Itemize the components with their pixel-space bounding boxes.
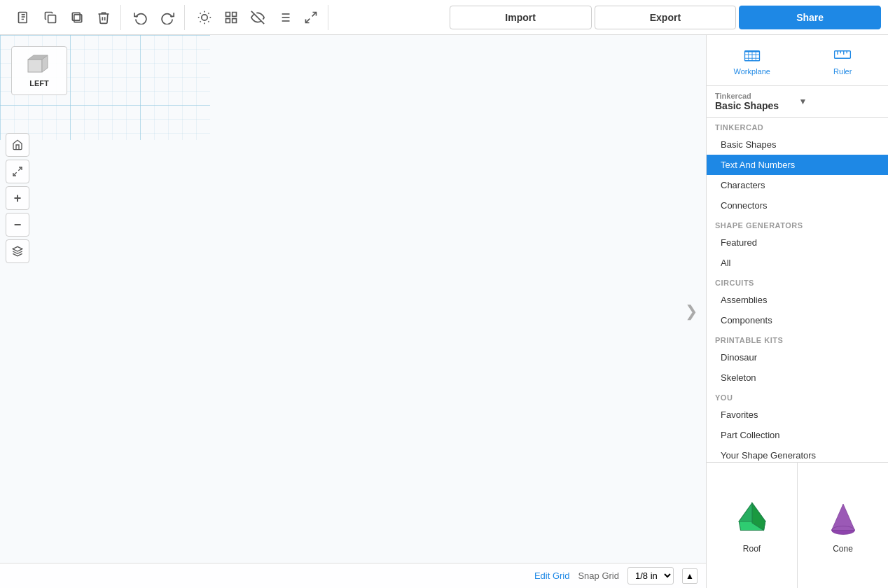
cone-label: Cone (833, 544, 853, 554)
svg-line-21 (306, 18, 310, 22)
section-printable-kits: PRINTABLE KITS (707, 330, 888, 347)
category-dropdown-menu: TINKERCAD Basic Shapes Text And Numbers … (707, 118, 888, 462)
share-button[interactable]: Share (739, 6, 881, 29)
section-circuits: CIRCUITS (707, 273, 888, 290)
delete-button[interactable] (91, 5, 116, 30)
menu-item-all[interactable]: All (707, 253, 888, 273)
svg-line-7 (200, 13, 201, 13)
light-button[interactable] (192, 5, 217, 30)
svg-line-27 (18, 167, 22, 171)
svg-line-12 (208, 13, 209, 13)
view-tools-group (188, 5, 328, 30)
ruler-icon-button[interactable]: Ruler (798, 41, 889, 80)
category-chevron: ▼ (799, 97, 880, 106)
svg-rect-1 (48, 15, 56, 22)
mirror-button[interactable] (298, 5, 324, 30)
svg-rect-36 (835, 51, 851, 59)
snap-toggle-button[interactable]: ▲ (682, 568, 698, 584)
svg-line-8 (208, 21, 209, 22)
workplane-icon-button[interactable]: Workplane (707, 41, 798, 80)
snap-button[interactable] (218, 5, 244, 30)
menu-item-characters[interactable]: Characters (707, 175, 888, 195)
menu-item-assemblies[interactable]: Assemblies (707, 290, 888, 310)
shape-cell-roof[interactable]: Roof (707, 463, 797, 588)
svg-line-20 (312, 12, 317, 16)
copy-button[interactable] (38, 5, 63, 30)
menu-item-your-shape-generators[interactable]: Your Shape Generators (707, 445, 888, 462)
svg-rect-24 (28, 59, 42, 72)
menu-item-basic-shapes[interactable]: Basic Shapes (707, 134, 888, 155)
svg-line-11 (200, 21, 201, 22)
history-group (124, 5, 185, 30)
section-you: YOU (707, 388, 888, 405)
section-tinkercad: TINKERCAD (707, 118, 888, 134)
main-content: LEFT + − ❯ Edit Grid Snap Grid (0, 35, 888, 588)
section-shape-generators: SHAPE GENERATORS (707, 216, 888, 232)
main-toolbar: Import Export Share (0, 0, 888, 35)
shape-category-selector[interactable]: Tinkercad Basic Shapes ▼ (707, 86, 888, 118)
edit-grid-label[interactable]: Edit Grid (534, 570, 570, 581)
menu-item-dinosaur[interactable]: Dinosaur (707, 347, 888, 368)
svg-point-4 (202, 14, 207, 20)
align-button[interactable] (272, 5, 297, 30)
view-cube[interactable]: LEFT (11, 46, 67, 95)
3d-object-button[interactable] (6, 239, 29, 263)
home-view-button[interactable] (6, 133, 29, 157)
svg-rect-3 (74, 14, 82, 22)
view-cube-icon (27, 54, 52, 78)
hide-button[interactable] (245, 5, 270, 30)
svg-line-28 (13, 172, 17, 176)
canvas-controls: + − (6, 133, 29, 263)
redo-button[interactable] (155, 5, 180, 30)
menu-item-skeleton[interactable]: Skeleton (707, 368, 888, 388)
menu-item-components[interactable]: Components (707, 310, 888, 330)
workplane-label: Workplane (734, 67, 770, 76)
panel-top-icons: Workplane Ruler (707, 35, 888, 86)
tinkercad-label: Tinkercad (715, 92, 796, 100)
snap-grid-label: Snap Grid (578, 570, 619, 581)
duplicate-button[interactable] (64, 5, 90, 30)
svg-rect-2 (72, 13, 80, 20)
perspective-arrow[interactable]: ❯ (685, 302, 698, 321)
view-cube-label: LEFT (29, 79, 49, 88)
snap-value-select[interactable]: 1/8 in 1/4 in 1 in (627, 567, 674, 584)
zoom-out-button[interactable]: − (6, 213, 29, 237)
menu-item-part-collection[interactable]: Part Collection (707, 425, 888, 445)
roof-shape-icon (731, 498, 773, 540)
canvas-area[interactable]: LEFT + − ❯ Edit Grid Snap Grid (0, 35, 706, 588)
import-button[interactable]: Import (450, 6, 592, 29)
bottom-bar: Edit Grid Snap Grid 1/8 in 1/4 in 1 in ▲ (0, 563, 706, 588)
fit-view-button[interactable] (6, 160, 29, 183)
cone-shape-icon (822, 498, 864, 540)
shape-cell-cone[interactable]: Cone (798, 463, 888, 588)
new-button[interactable] (11, 5, 36, 30)
shape-grid: Roof Cone (707, 462, 888, 588)
export-button[interactable]: Export (595, 6, 737, 29)
zoom-in-button[interactable]: + (6, 186, 29, 210)
right-panel: Workplane Ruler Tinkercad Basic Shapes ▼ (706, 35, 888, 588)
menu-item-featured[interactable]: Featured (707, 232, 888, 253)
undo-button[interactable] (128, 5, 153, 30)
selected-category-label: Basic Shapes (715, 100, 796, 111)
menu-item-text-and-numbers[interactable]: Text And Numbers (707, 155, 888, 175)
file-actions-group (7, 5, 121, 30)
menu-item-favorites[interactable]: Favorites (707, 405, 888, 425)
menu-item-connectors[interactable]: Connectors (707, 195, 888, 216)
ruler-label: Ruler (833, 67, 852, 76)
roof-label: Roof (743, 544, 761, 554)
